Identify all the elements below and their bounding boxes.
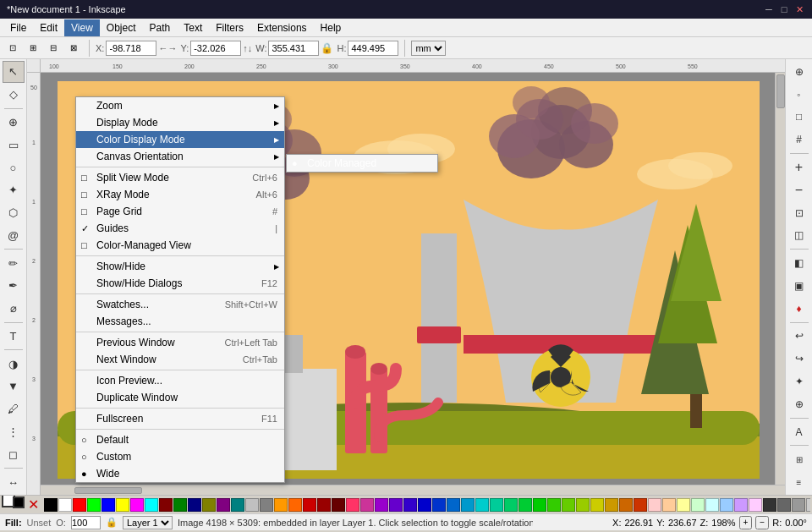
zoom-page[interactable]: ◫ [788, 224, 810, 246]
menu-default[interactable]: ○ Default [76, 431, 284, 448]
palette-swatch[interactable] [720, 498, 733, 512]
zoom-out-btn[interactable]: − [755, 516, 769, 529]
pen-tool[interactable]: ✒ [3, 275, 25, 297]
palette-swatch[interactable] [44, 498, 58, 512]
lock-icon[interactable]: 🔒 [321, 42, 333, 54]
transform-btn-2[interactable]: ⊞ [24, 39, 42, 58]
eraser-tool[interactable]: ◻ [3, 443, 25, 465]
palette-swatch[interactable] [116, 498, 129, 512]
palette-swatch[interactable] [145, 498, 158, 512]
palette-swatch[interactable] [274, 498, 288, 512]
palette-swatch[interactable] [605, 498, 618, 512]
palette-swatch[interactable] [634, 498, 647, 512]
menu-wide[interactable]: ● Wide [76, 465, 284, 482]
grid-view[interactable]: ⊞ [788, 448, 810, 470]
menu-show-hide-dialogs[interactable]: Show/Hide Dialogs F12 [76, 275, 284, 292]
palette-swatch[interactable] [461, 498, 475, 512]
palette-swatch[interactable] [58, 498, 72, 512]
transform-btn-3[interactable]: ⊟ [44, 39, 63, 58]
palette-swatch[interactable] [677, 498, 690, 512]
unit-select[interactable]: mm px in cm [411, 41, 446, 56]
menu-color-managed-view[interactable]: □ Color-Managed View [76, 237, 284, 254]
align-left[interactable]: ◧ [788, 252, 810, 274]
menu-swatches[interactable]: Swatches... Shift+Ctrl+W [76, 296, 284, 313]
submenu-color-managed[interactable]: ● Color Managed [287, 155, 437, 172]
menu-show-hide[interactable]: Show/Hide [76, 258, 284, 275]
zoom-fit[interactable]: ⊡ [788, 202, 810, 224]
menu-zoom[interactable]: Zoom [76, 97, 284, 114]
select-tool[interactable]: ↖ [3, 61, 25, 83]
menu-split-view[interactable]: □ Split View Mode Ctrl+6 [76, 169, 284, 186]
x-input[interactable] [106, 41, 156, 56]
palette-swatch[interactable] [432, 498, 446, 512]
palette-swatch[interactable] [245, 498, 259, 512]
palette-swatch[interactable] [231, 498, 244, 512]
palette-swatch[interactable] [202, 498, 216, 512]
palette-swatch[interactable] [375, 498, 388, 512]
palette-swatch[interactable] [518, 498, 532, 512]
menu-file[interactable]: File [3, 19, 33, 36]
palette-swatch[interactable] [662, 498, 676, 512]
palette-swatch[interactable] [590, 498, 604, 512]
calligraphy-tool[interactable]: ⌀ [3, 298, 25, 320]
menu-display-mode[interactable]: Display Mode [76, 114, 284, 131]
menu-prev-window[interactable]: Previous Window Ctrl+Left Tab [76, 334, 284, 351]
palette-swatch[interactable] [475, 498, 489, 512]
palette-swatch[interactable] [648, 498, 661, 512]
node-tool[interactable]: ◇ [3, 84, 25, 106]
menu-xray[interactable]: □ XRay Mode Alt+6 [76, 186, 284, 203]
palette-swatch[interactable] [447, 498, 460, 512]
palette-swatch[interactable] [360, 498, 374, 512]
fill-tool[interactable]: ▼ [3, 376, 25, 398]
palette-swatch[interactable] [288, 498, 302, 512]
y-input[interactable] [190, 41, 241, 56]
palette-swatch[interactable] [403, 498, 417, 512]
palette-swatch[interactable] [188, 498, 201, 512]
palette-swatch[interactable] [130, 498, 144, 512]
align-center[interactable]: ▣ [788, 275, 810, 297]
palette-swatch[interactable] [159, 498, 173, 512]
cmd3[interactable]: ✦ [788, 370, 810, 392]
menu-object[interactable]: Object [100, 19, 143, 36]
spiral-tool[interactable]: @ [3, 224, 25, 246]
eyedropper-tool[interactable]: 🖊 [3, 398, 25, 420]
star-tool[interactable]: ✦ [3, 179, 25, 201]
palette-swatch[interactable] [763, 498, 776, 512]
cmd4[interactable]: ⊕ [788, 393, 810, 415]
palette-swatch[interactable] [562, 498, 575, 512]
menu-messages[interactable]: Messages... [76, 313, 284, 330]
menu-view[interactable]: View [64, 19, 100, 36]
zoom-in[interactable]: + [788, 156, 810, 178]
palette-swatch[interactable] [418, 498, 431, 512]
gradient-tool[interactable]: ◑ [3, 353, 25, 375]
palette-swatch[interactable] [691, 498, 705, 512]
transform-btn-1[interactable]: ⊡ [3, 39, 22, 58]
palette-swatch[interactable] [389, 498, 403, 512]
menu-path[interactable]: Path [143, 19, 178, 36]
menu-canvas-orientation[interactable]: Canvas Orientation [76, 148, 284, 165]
spray-tool[interactable]: ⋮ [3, 421, 25, 443]
menu-help[interactable]: Help [314, 19, 348, 36]
palette-swatch[interactable] [73, 498, 86, 512]
menu-icon-preview[interactable]: Icon Preview... [76, 372, 284, 389]
measure-tool[interactable]: ↔ [3, 471, 25, 493]
palette-swatch[interactable] [547, 498, 561, 512]
pencil-tool[interactable]: ✏ [3, 252, 25, 274]
zoom-out[interactable]: − [788, 179, 810, 201]
palette-swatch[interactable] [576, 498, 590, 512]
cmd1[interactable]: ↩ [788, 326, 810, 348]
palette-swatch[interactable] [792, 498, 805, 512]
palette-swatch[interactable] [749, 498, 762, 512]
menu-edit[interactable]: Edit [33, 19, 64, 36]
menu-duplicate-window[interactable]: Duplicate Window [76, 389, 284, 406]
transform-btn-4[interactable]: ⊠ [64, 39, 83, 58]
menu-color-display-mode[interactable]: Color Display Mode ● Color Managed [76, 131, 284, 148]
palette-swatch[interactable] [734, 498, 748, 512]
horizontal-scrollbar[interactable] [41, 485, 785, 495]
menu-fullscreen[interactable]: Fullscreen F11 [76, 410, 284, 427]
vertical-scrollbar[interactable] [775, 73, 785, 485]
snap-nodes[interactable]: ◦ [788, 84, 810, 106]
layer-select[interactable]: Layer 1 [123, 516, 173, 529]
no-color-btn[interactable]: ✕ [28, 496, 39, 513]
menu-filters[interactable]: Filters [209, 19, 250, 36]
